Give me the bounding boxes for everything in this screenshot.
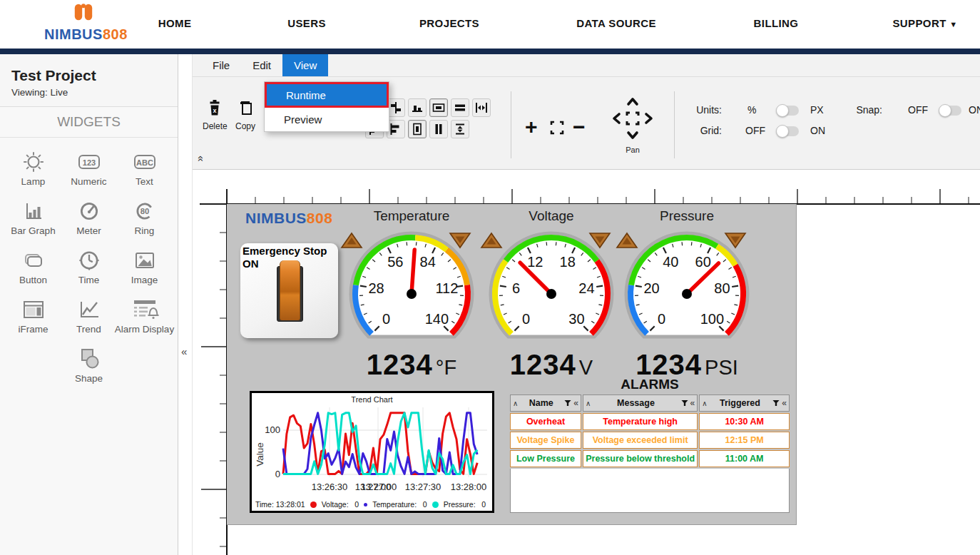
nav-item-users[interactable]: USERS: [287, 17, 326, 29]
filter-button[interactable]: [772, 399, 780, 407]
sidebar-collapse-icon[interactable]: «: [181, 345, 187, 357]
menu-view[interactable]: View: [282, 54, 328, 76]
copy-button[interactable]: Copy: [235, 98, 255, 131]
collapse-column-icon[interactable]: «: [690, 398, 695, 408]
svg-text:20: 20: [643, 280, 659, 296]
emergency-stop-widget[interactable]: Emergency StopON: [240, 243, 338, 338]
nav-item-support[interactable]: SUPPORT ▼: [892, 17, 957, 29]
distribute-vertical-icon: [453, 122, 467, 136]
widget-text[interactable]: ABCText: [117, 149, 173, 187]
match-height-button[interactable]: [429, 120, 448, 138]
widget-time[interactable]: Time: [61, 248, 117, 285]
collapse-column-icon[interactable]: «: [782, 398, 787, 408]
alarm-message: Temperature high: [583, 413, 698, 430]
pressure-value: 1234PSI: [608, 349, 765, 381]
svg-text:13:27:30: 13:27:30: [405, 482, 441, 492]
filter-icon: [564, 399, 571, 407]
trend-plot: 1000Value13:26:3013:27:0013:27:0013:27:3…: [252, 403, 492, 497]
collapse-column-icon[interactable]: «: [573, 398, 578, 408]
column-label: Triggered: [708, 398, 773, 408]
trend-chart-widget[interactable]: Trend Chart 1000Value13:26:3013:27:0013:…: [250, 391, 494, 513]
widget-meter[interactable]: Meter: [61, 198, 117, 236]
widget-label: Numeric: [71, 176, 106, 187]
delete-label: Delete: [203, 121, 228, 131]
pressure-gauge-widget[interactable]: Pressure0204060801001234PSI: [619, 208, 755, 387]
legend-voltage: Voltage: 0: [322, 500, 359, 509]
emergency-stop-switch[interactable]: [277, 266, 303, 322]
pan-control[interactable]: Pan: [610, 96, 655, 154]
menu-file[interactable]: File: [201, 54, 241, 76]
widget-ring[interactable]: 80Ring: [117, 198, 173, 236]
center-horizontal-icon: [432, 101, 446, 115]
center-horizontal-button[interactable]: [429, 98, 448, 117]
temperature-decrease-button[interactable]: [448, 231, 472, 250]
widget-shape[interactable]: Shape: [61, 346, 117, 384]
svg-text:80: 80: [714, 280, 730, 296]
alarm-table-widget[interactable]: ∧Name«∧Message«∧Triggered«OverheatTemper…: [510, 394, 790, 513]
widget-lamp[interactable]: Lamp: [6, 149, 61, 187]
menu-edit[interactable]: Edit: [241, 54, 282, 76]
filter-button[interactable]: [564, 399, 571, 407]
voltage-increase-button[interactable]: [479, 231, 504, 250]
distribute-horizontal-icon: [474, 101, 489, 115]
toolbar-collapse-icon[interactable]: «: [195, 156, 208, 161]
svg-text:0: 0: [382, 311, 390, 327]
snap-label: Snap:: [845, 104, 882, 116]
delete-button[interactable]: x Delete: [203, 98, 228, 131]
widgets-header: WIDGETS: [0, 107, 178, 138]
toolbar-separator: [511, 91, 511, 158]
legend-time: Time: 13:28:01: [255, 500, 305, 509]
zoom-fit-button[interactable]: [549, 120, 565, 136]
widget-bar-graph[interactable]: Bar Graph: [6, 198, 61, 236]
nav-item-data-source[interactable]: DATA SOURCE: [576, 17, 656, 29]
sort-icon[interactable]: ∧: [513, 399, 518, 407]
zoom-in-button[interactable]: +: [525, 116, 538, 138]
units-toggle[interactable]: [777, 106, 799, 116]
dropdown-item-preview[interactable]: Preview: [265, 108, 389, 131]
widget-trend[interactable]: Trend: [61, 297, 117, 335]
widget-button[interactable]: Button: [6, 248, 61, 285]
match-width-button[interactable]: [451, 98, 469, 117]
alarm-name: Voltage Spike: [510, 432, 581, 449]
temperature-increase-button[interactable]: [340, 231, 364, 250]
svg-text:13:27:00: 13:27:00: [361, 482, 397, 492]
lamp-icon: [22, 149, 45, 175]
svg-text:100: 100: [265, 424, 280, 435]
distribute-horizontal-button[interactable]: [472, 98, 491, 117]
widget-iframe[interactable]: iFrame: [6, 297, 61, 335]
legend-pressure-dot: [432, 501, 439, 508]
grid-toggle[interactable]: [777, 126, 799, 136]
voltage-decrease-button[interactable]: [588, 231, 612, 250]
pan-icon: [610, 96, 655, 141]
design-canvas[interactable]: NIMBUS808 Emergency StopON ALARMS Trend …: [193, 170, 980, 555]
pressure-decrease-button[interactable]: [723, 231, 747, 250]
nav-item-projects[interactable]: PROJECTS: [419, 17, 479, 29]
iframe-icon: [21, 297, 46, 322]
dropdown-item-runtime[interactable]: Runtime: [265, 82, 389, 108]
center-vertical-button[interactable]: [408, 120, 427, 138]
zoom-out-button[interactable]: −: [573, 116, 586, 138]
dashboard-surface[interactable]: NIMBUS808 Emergency StopON ALARMS Trend …: [227, 204, 797, 525]
voltage-gauge-widget[interactable]: Voltage06121824301234V: [484, 208, 619, 387]
meter-icon: [78, 198, 101, 224]
widget-numeric[interactable]: 123Numeric: [61, 149, 117, 187]
align-bottom-button[interactable]: [408, 98, 427, 117]
alarm-row: Low PressurePressure below threshold11:0…: [510, 449, 790, 467]
widget-alarm-display[interactable]: Alarm Display: [117, 297, 173, 335]
filter-icon: [772, 399, 780, 407]
sort-icon[interactable]: ∧: [702, 399, 707, 407]
sidebar: Test Project Viewing: Live WIDGETS Lamp1…: [0, 54, 178, 555]
sort-icon[interactable]: ∧: [586, 399, 591, 407]
svg-text:80: 80: [140, 207, 148, 215]
nav-item-home[interactable]: HOME: [158, 17, 192, 29]
distribute-vertical-button[interactable]: [451, 120, 469, 138]
align-vertical-center-icon: [389, 101, 403, 115]
widget-image[interactable]: Image: [117, 248, 173, 285]
app-logo[interactable]: NIMBUS808: [44, 3, 123, 41]
temperature-gauge-widget[interactable]: Temperature02856841121401234°F: [344, 208, 479, 387]
pressure-increase-button[interactable]: [615, 231, 639, 250]
snap-toggle[interactable]: [940, 106, 961, 116]
alarm-column-message: ∧Message«: [583, 394, 698, 412]
filter-button[interactable]: [681, 399, 688, 407]
nav-item-billing[interactable]: BILLING: [754, 17, 799, 29]
